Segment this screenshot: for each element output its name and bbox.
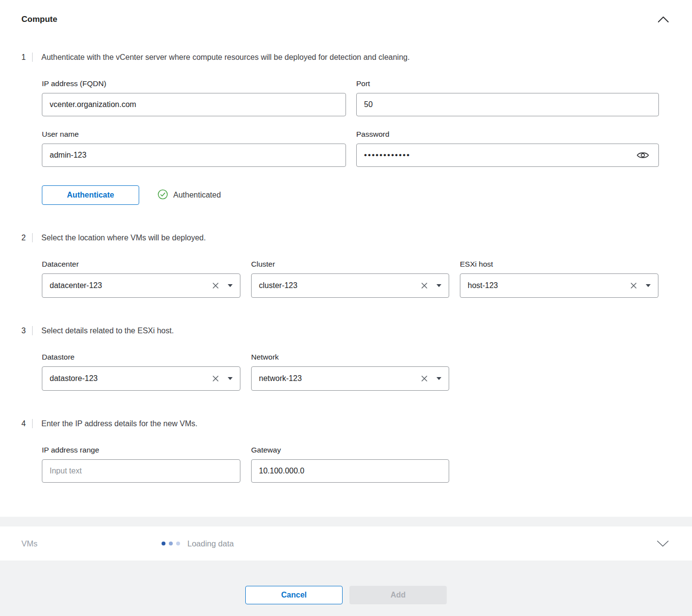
clear-icon[interactable]	[419, 280, 430, 291]
password-input[interactable]	[356, 144, 659, 167]
cluster-label: Cluster	[251, 260, 449, 269]
step-text: Enter the IP address details for the new…	[41, 419, 198, 428]
datacenter-label: Datacenter	[42, 260, 240, 269]
compute-panel: Compute 1 Authenticate with the vCenter …	[0, 0, 692, 517]
cluster-field-group: Cluster cluster-123	[251, 260, 449, 298]
password-field-group: Password	[356, 130, 659, 167]
collapse-section-button[interactable]	[656, 15, 671, 24]
ip-address-input[interactable]	[42, 93, 346, 116]
clear-icon[interactable]	[419, 373, 430, 384]
clear-icon[interactable]	[628, 280, 639, 291]
username-field-group: User name	[42, 130, 346, 167]
vms-section-bar[interactable]: VMs Loading data	[0, 526, 692, 561]
step-header: 1 Authenticate with the vCenter server w…	[21, 53, 671, 62]
gateway-label: Gateway	[251, 446, 449, 454]
authenticated-status: Authenticated	[158, 189, 221, 201]
step-text: Select details related to the ESXi host.	[41, 326, 174, 335]
compute-panel-header: Compute	[21, 15, 671, 24]
step-header: 2 Select the location where VMs will be …	[21, 233, 671, 242]
step-ip-details: 4 Enter the IP address details for the n…	[21, 419, 671, 483]
panel-title: Compute	[21, 15, 57, 24]
eye-icon	[637, 154, 649, 161]
step-location: 2 Select the location where VMs will be …	[21, 233, 671, 298]
port-input[interactable]	[356, 93, 659, 116]
step-header: 4 Enter the IP address details for the n…	[21, 419, 671, 428]
vms-section-title: VMs	[21, 539, 162, 548]
gateway-input[interactable]	[251, 459, 449, 483]
datastore-field-group: Datastore datastore-123	[42, 353, 240, 391]
step-text: Authenticate with the vCenter server whe…	[41, 53, 410, 62]
step-authenticate: 1 Authenticate with the vCenter server w…	[21, 53, 671, 205]
step-header: 3 Select details related to the ESXi hos…	[21, 326, 671, 335]
loading-text: Loading data	[187, 539, 234, 548]
cluster-value: cluster-123	[259, 281, 419, 290]
network-select[interactable]: network-123	[251, 366, 449, 391]
ip-range-input[interactable]	[42, 459, 240, 483]
ip-range-field-group: IP address range	[42, 446, 240, 483]
step-number: 2	[21, 234, 28, 242]
step-number: 4	[21, 419, 28, 428]
step-divider	[32, 233, 33, 242]
clear-icon[interactable]	[210, 280, 221, 291]
esxi-host-label: ESXi host	[460, 260, 658, 269]
clear-icon[interactable]	[210, 373, 221, 384]
step-divider	[32, 419, 33, 428]
ip-address-field-group: IP address (FQDN)	[42, 79, 346, 116]
password-label: Password	[356, 130, 659, 139]
authenticate-button[interactable]: Authenticate	[42, 185, 139, 205]
datacenter-field-group: Datacenter datacenter-123	[42, 260, 240, 298]
port-label: Port	[356, 79, 659, 88]
loading-spinner-icon	[162, 542, 180, 545]
caret-down-icon	[228, 284, 233, 287]
caret-down-icon	[228, 377, 233, 380]
ip-address-label: IP address (FQDN)	[42, 79, 346, 88]
step-number: 3	[21, 326, 28, 335]
network-field-group: Network network-123	[251, 353, 449, 391]
network-value: network-123	[259, 374, 419, 383]
gateway-field-group: Gateway	[251, 446, 449, 483]
cluster-select[interactable]: cluster-123	[251, 273, 449, 298]
datacenter-value: datacenter-123	[50, 281, 210, 290]
caret-down-icon	[646, 284, 651, 287]
add-button[interactable]: Add	[349, 586, 447, 604]
authenticated-text: Authenticated	[173, 191, 221, 199]
ip-range-label: IP address range	[42, 446, 240, 454]
username-label: User name	[42, 130, 346, 139]
caret-down-icon	[437, 377, 441, 380]
step-number: 1	[21, 53, 28, 62]
esxi-host-select[interactable]: host-123	[460, 273, 658, 298]
datastore-select[interactable]: datastore-123	[42, 366, 240, 391]
port-field-group: Port	[356, 79, 659, 116]
datastore-label: Datastore	[42, 353, 240, 362]
username-input[interactable]	[42, 144, 346, 167]
esxi-host-value: host-123	[468, 281, 628, 290]
esxi-host-field-group: ESXi host host-123	[460, 260, 658, 298]
chevron-down-icon	[657, 541, 669, 548]
caret-down-icon	[437, 284, 441, 287]
network-label: Network	[251, 353, 449, 362]
datastore-value: datastore-123	[50, 374, 210, 383]
check-circle-icon	[158, 189, 168, 201]
reveal-password-button[interactable]	[635, 149, 651, 162]
chevron-up-icon	[658, 17, 669, 24]
step-divider	[32, 326, 33, 335]
footer-action-bar: Cancel Add	[0, 561, 692, 616]
expand-section-button[interactable]	[655, 539, 671, 549]
datacenter-select[interactable]: datacenter-123	[42, 273, 240, 298]
step-text: Select the location where VMs will be de…	[41, 234, 206, 242]
step-divider	[32, 53, 33, 62]
step-host-details: 3 Select details related to the ESXi hos…	[21, 326, 671, 391]
cancel-button[interactable]: Cancel	[245, 586, 343, 604]
